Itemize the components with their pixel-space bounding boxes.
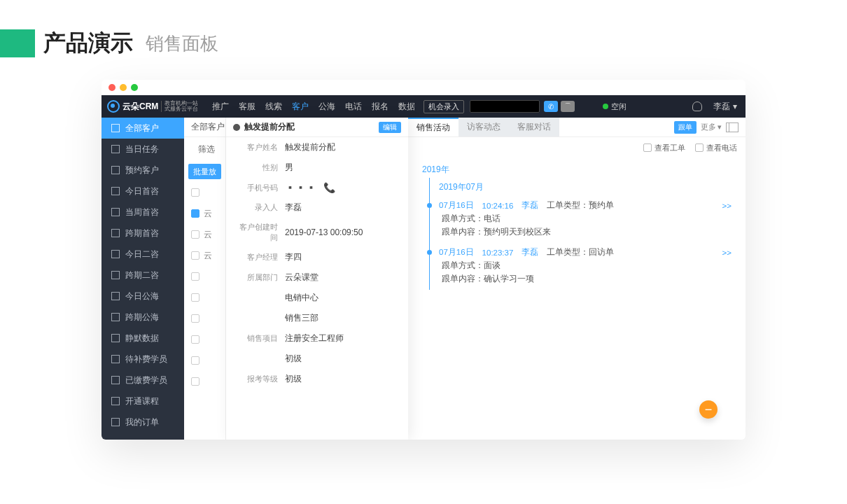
list-header: 全部客户 xyxy=(184,118,225,137)
entry-time: 10:24:16 xyxy=(482,202,514,210)
entry-method: 跟单方式：面谈 xyxy=(442,260,732,271)
tab-客服对话[interactable]: 客服对话 xyxy=(509,118,559,136)
entry-more-link[interactable]: >> xyxy=(722,202,732,210)
sidebar-item-今日首咨[interactable]: 今日首咨 xyxy=(102,181,184,202)
month-label: 2019年07月 xyxy=(439,181,732,193)
sidebar-item-跨期公海[interactable]: 跨期公海 xyxy=(102,307,184,328)
phone-icon[interactable]: 📞 xyxy=(323,182,335,193)
table-row[interactable]: 云 xyxy=(184,224,225,245)
timeline-panel: 销售活动访客动态客服对话 跟单 更多▾ 查看工单 查看电话 2019年 2019… xyxy=(408,118,746,440)
checkbox[interactable] xyxy=(191,293,200,302)
checkbox[interactable] xyxy=(191,377,200,386)
opportunity-entry-button[interactable]: 机会录入 xyxy=(424,100,464,113)
follow-badge[interactable]: 跟单 xyxy=(674,121,696,134)
filter-label[interactable]: 筛选 xyxy=(184,137,225,161)
tab-销售活动[interactable]: 销售活动 xyxy=(408,118,458,136)
field-value: 李四 xyxy=(285,251,302,263)
menu-icon xyxy=(111,187,120,195)
nav-item-推广[interactable]: 推广 xyxy=(212,101,229,113)
nav-item-公海[interactable]: 公海 xyxy=(318,101,335,113)
checkbox[interactable] xyxy=(191,251,200,260)
checkbox[interactable] xyxy=(191,209,200,218)
nav-item-数据[interactable]: 数据 xyxy=(398,101,415,113)
user-icon xyxy=(233,124,240,131)
nav-item-客服[interactable]: 客服 xyxy=(239,101,255,113)
field-value: 初级 xyxy=(285,373,302,385)
table-row[interactable] xyxy=(184,371,225,392)
phone-pickup-button[interactable]: ✆ xyxy=(544,101,558,112)
phone-hangup-button[interactable]: ⌒ xyxy=(561,101,575,112)
field-value: 电销中心 xyxy=(285,292,318,304)
field-value: 初级 xyxy=(285,353,302,365)
timeline-line xyxy=(429,178,430,290)
tab-访客动态[interactable]: 访客动态 xyxy=(458,118,509,136)
table-row[interactable]: 云 xyxy=(184,245,225,266)
view-order-checkbox[interactable]: 查看工单 xyxy=(643,143,685,153)
sidebar-item-今日公海[interactable]: 今日公海 xyxy=(102,286,184,307)
sidebar: 全部客户当日任务预约客户今日首咨当周首咨跨期首咨今日二咨跨期二咨今日公海跨期公海… xyxy=(102,118,184,440)
field-row: 报考等级初级 xyxy=(226,369,408,389)
table-row[interactable] xyxy=(184,350,225,371)
sidebar-item-我的订单[interactable]: 我的订单 xyxy=(102,412,184,433)
field-row: 客户经理李四 xyxy=(226,247,408,267)
checkbox[interactable] xyxy=(191,272,200,281)
sidebar-item-今日二咨[interactable]: 今日二咨 xyxy=(102,244,184,265)
sidebar-item-跨期首咨[interactable]: 跨期首咨 xyxy=(102,223,184,244)
sidebar-item-静默数据[interactable]: 静默数据 xyxy=(102,328,184,349)
user-name: 李磊 xyxy=(713,101,730,113)
field-value: 男 xyxy=(285,162,293,174)
field-row: 性别男 xyxy=(226,158,408,178)
entry-person: 李磊 xyxy=(522,247,538,258)
timeline-body: 2019年 2019年07月 07月16日10:24:16李磊工单类型：预约单>… xyxy=(408,158,746,297)
entry-date: 07月16日 xyxy=(439,247,474,258)
sidebar-item-预约客户[interactable]: 预约客户 xyxy=(102,160,184,181)
sidebar-item-已缴费学员[interactable]: 已缴费学员 xyxy=(102,370,184,391)
timeline-entry: 07月16日10:23:37李磊工单类型：回访单>>跟单方式：面谈跟单内容：确认… xyxy=(439,247,732,284)
panel-toggle-icon[interactable] xyxy=(726,122,738,132)
nav-item-线索[interactable]: 线索 xyxy=(265,101,282,113)
close-dot[interactable] xyxy=(108,84,115,91)
view-phone-checkbox[interactable]: 查看电话 xyxy=(695,143,737,153)
customer-list-column: 全部客户 筛选 批量放 云 云 云 xyxy=(184,118,226,440)
entry-more-link[interactable]: >> xyxy=(722,248,732,257)
field-label: 手机号码 xyxy=(233,183,278,193)
logo[interactable]: 云朵CRM 教育机构一站 式服务云平台 xyxy=(102,100,204,113)
checkbox[interactable] xyxy=(191,356,200,365)
fab-minus-button[interactable]: − xyxy=(699,400,718,419)
accent-block xyxy=(0,29,35,57)
sidebar-item-跨期二咨[interactable]: 跨期二咨 xyxy=(102,265,184,286)
window-controls xyxy=(102,80,746,95)
checkbox[interactable] xyxy=(191,188,200,197)
more-menu[interactable]: 更多▾ xyxy=(701,122,722,132)
sidebar-item-开通课程[interactable]: 开通课程 xyxy=(102,391,184,412)
chevron-down-icon: ▾ xyxy=(733,102,737,111)
nav-item-客户[interactable]: 客户 xyxy=(292,101,309,113)
batch-release-button[interactable]: 批量放 xyxy=(188,164,221,179)
field-label: 客户姓名 xyxy=(233,142,278,153)
sidebar-item-当周首咨[interactable]: 当周首咨 xyxy=(102,202,184,223)
nav-item-报名[interactable]: 报名 xyxy=(372,101,388,113)
entry-type: 工单类型：回访单 xyxy=(547,247,614,258)
table-row[interactable] xyxy=(184,266,225,287)
current-user[interactable]: 李磊 ▾ xyxy=(713,101,737,113)
table-header-row xyxy=(184,182,225,203)
bell-icon[interactable] xyxy=(692,102,702,111)
sidebar-item-当日任务[interactable]: 当日任务 xyxy=(102,139,184,160)
table-row[interactable]: 云 xyxy=(184,203,225,224)
table-row[interactable] xyxy=(184,329,225,350)
search-input[interactable] xyxy=(470,100,540,113)
table-row[interactable] xyxy=(184,308,225,329)
sidebar-item-全部客户[interactable]: 全部客户 xyxy=(102,118,184,139)
minimize-dot[interactable] xyxy=(120,84,127,91)
nav-item-电话[interactable]: 电话 xyxy=(345,101,362,113)
sidebar-item-待补费学员[interactable]: 待补费学员 xyxy=(102,349,184,370)
zoom-dot[interactable] xyxy=(131,84,138,91)
menu-icon xyxy=(111,166,120,174)
edit-button[interactable]: 编辑 xyxy=(379,122,401,133)
status-text: 空闲 xyxy=(611,102,626,112)
table-row[interactable] xyxy=(184,287,225,308)
checkbox[interactable] xyxy=(191,230,200,239)
menu-icon xyxy=(111,145,120,153)
checkbox[interactable] xyxy=(191,314,200,323)
checkbox[interactable] xyxy=(191,335,200,344)
